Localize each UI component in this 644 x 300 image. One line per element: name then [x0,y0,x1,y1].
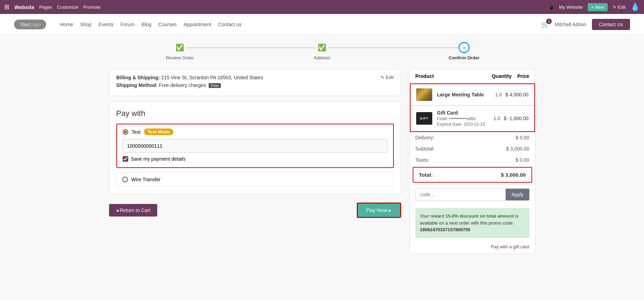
edit-button[interactable]: ✎ Edit [613,5,625,10]
left-panel: Billing & Shipping: ✎ Edit 215 Vine St, … [109,69,401,218]
header-price: Price [517,73,529,79]
nav-contact[interactable]: Contact us [218,22,241,27]
user-dropdown[interactable]: Mitchell Admin [555,22,586,27]
total-row: Total: $ 3,000.00 [413,167,532,183]
edit-link[interactable]: ✎ Edit [381,75,393,80]
test-mode-badge: Test Mode [144,129,173,135]
nav-appointment[interactable]: Appointment [183,22,211,27]
meeting-table-thumb [416,88,432,101]
admin-nav-customize[interactable]: Customize [57,5,78,10]
website-nav: YourLogo Home Shop Events Forum Blog Cou… [0,14,644,35]
step-address: ✅ Address [251,42,393,60]
taxes-label: Taxes: [415,157,429,163]
admin-bar: ⊞ Website Pages Customize Promote 📱 My W… [0,0,644,14]
method-value: Free delivery charges [159,82,206,88]
taxes-row: Taxes: $ 0.00 [410,154,535,166]
subtotal-value: $ 3,000.00 [506,146,529,152]
step-confirm-label: Confirm Order [449,55,480,60]
reward-text-before: Your reward [420,213,446,219]
reward-info: Your reward 15.0% discount on total amou… [415,208,529,238]
gift-card-thumb: GIFT [416,112,432,125]
reward-highlight: 15.0% discount on total amount [446,213,514,219]
header-product: Product [415,73,486,79]
order-summary: Product Quantity Price Large Meeting Tab… [410,69,535,254]
delivery-value: $ 0.00 [516,135,529,140]
main-content: ✅ Review Order ✅ Address ● Confirm Order… [95,35,549,261]
return-to-cart-button[interactable]: ◂ Return to Cart [109,204,158,217]
nav-courses[interactable]: Courses [158,22,176,27]
promo-section: Apply [410,184,535,205]
promo-code-input[interactable] [415,189,506,200]
product-expiry-gift: Expired Date: 2023-01-15 [437,122,490,127]
billing-value: 215 Vine St, Scranton PA 18503, United S… [161,75,263,80]
reward-code: 18062470337157869755 [420,227,471,232]
product-qty-gift: 1.0 [493,116,500,121]
checkout-layout: Billing & Shipping: ✎ Edit 215 Vine St, … [109,69,535,254]
step-review-circle: ✅ [174,42,186,53]
cart-icon[interactable]: 🛒 1 [541,21,549,28]
product-rows-wrapper: Large Meeting Table 1.0 $ 4,000.00 GIFT … [410,83,535,132]
step-confirm-circle: ● [458,42,470,53]
subtotal-label: Subtotal: [415,146,435,152]
delivery-label: Delivery: [415,135,434,140]
nav-forum[interactable]: Forum [121,22,135,27]
save-payment-label: Save my payment details [131,156,186,162]
save-payment-checkbox[interactable] [123,156,128,162]
wire-transfer-option[interactable]: Wire Transfer [116,172,394,187]
wire-radio[interactable] [122,177,128,182]
nav-home[interactable]: Home [60,22,73,27]
grid-icon[interactable]: ⊞ [4,3,9,11]
cart-badge: 1 [546,19,552,24]
test-radio[interactable] [123,129,128,135]
test-label: Test [132,129,141,135]
nav-events[interactable]: Events [99,22,114,27]
table-row: Large Meeting Table 1.0 $ 4,000.00 [411,84,534,105]
test-payment-option[interactable]: Test Test Mode Save my payment details [116,124,394,168]
logo: YourLogo [14,20,46,29]
shipping-info: Billing & Shipping: ✎ Edit 215 Vine St, … [109,69,401,96]
delivery-row: Delivery: $ 0.00 [410,132,535,143]
apply-promo-button[interactable]: Apply [506,189,529,200]
summary-header: Product Quantity Price [410,69,535,83]
gift-card-row: GIFT Gift Card Code: ••••••••••••a86c Ex… [411,105,534,131]
product-name-gift: Gift Card [437,110,490,116]
nav-blog[interactable]: Blog [142,22,151,27]
total-label: Total: [419,172,433,178]
nav-links: Home Shop Events Forum Blog Courses Appo… [60,22,533,27]
free-badge: Free [209,83,221,88]
taxes-value: $ 0.00 [516,157,529,163]
wire-label: Wire Transfer [131,177,161,182]
my-website-link[interactable]: My Website [559,5,583,10]
product-name-table: Large Meeting Table [437,92,492,97]
step-address-circle: ✅ [317,42,328,53]
pay-now-button[interactable]: Pay Now ▸ [357,203,401,218]
step-review: ✅ Review Order [109,42,251,60]
step-review-label: Review Order [166,55,194,60]
header-quantity: Quantity [492,73,512,79]
step-address-label: Address [314,55,331,60]
nav-shop[interactable]: Shop [80,22,92,27]
bottom-buttons: ◂ Return to Cart Pay Now ▸ [109,203,401,218]
card-number-input[interactable] [123,139,388,153]
site-name[interactable]: Website [14,4,34,10]
admin-nav-promote[interactable]: Promote [84,5,101,10]
checkout-steps: ✅ Review Order ✅ Address ● Confirm Order [109,42,535,60]
new-button[interactable]: + New [588,3,608,11]
device-icon[interactable]: 📱 [549,5,554,10]
droplet-icon[interactable]: 💧 [630,2,640,12]
product-code-gift: Code: ••••••••••••a86c [437,116,490,121]
pay-with-title: Pay with [116,109,394,118]
total-value: $ 3,000.00 [501,172,526,178]
admin-nav-pages[interactable]: Pages [39,5,52,10]
step-confirm: ● Confirm Order [393,42,535,60]
contact-us-button[interactable]: Contact Us [592,19,630,30]
product-qty-table: 1.0 [495,92,502,97]
product-price-table: $ 4,000.00 [505,92,528,97]
method-label: Shipping Method: [116,82,158,88]
gift-card-link[interactable]: Pay with a gift card [410,241,535,254]
subtotal-row: Subtotal: $ 3,000.00 [410,143,535,154]
billing-label: Billing & Shipping: [116,75,160,80]
product-price-gift: $ -1,000.00 [504,116,529,121]
pay-with-section: Pay with Test Test Mode Save my payment … [109,102,401,194]
